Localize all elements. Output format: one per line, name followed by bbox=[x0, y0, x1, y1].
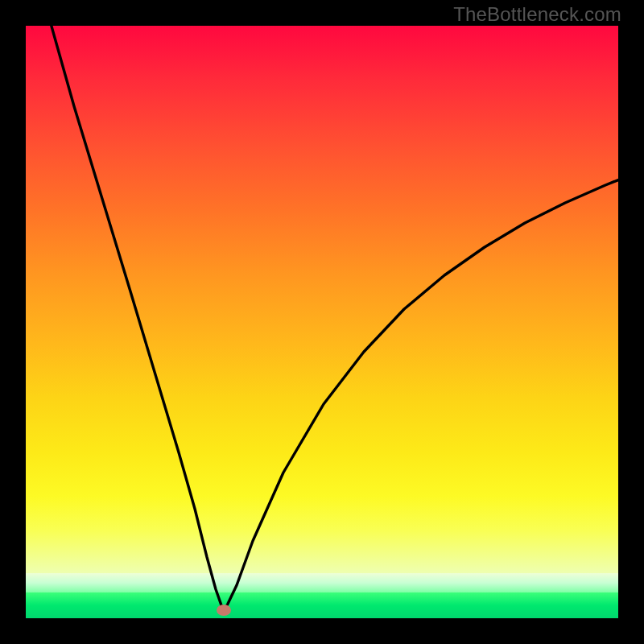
bottleneck-curve-path bbox=[49, 26, 618, 611]
bottleneck-curve-svg bbox=[26, 26, 618, 618]
optimal-point-marker bbox=[217, 605, 231, 616]
chart-plot-area bbox=[26, 26, 618, 618]
watermark-text: TheBottleneck.com bbox=[453, 3, 621, 26]
